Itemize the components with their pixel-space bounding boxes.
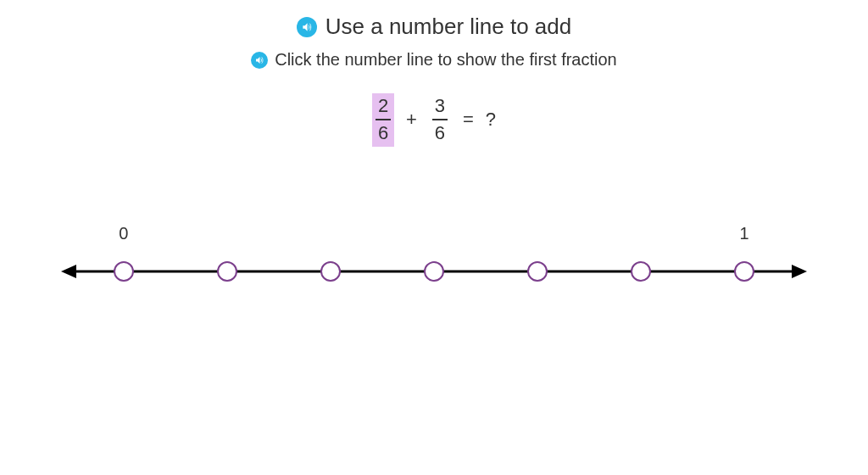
fraction-bar [432, 119, 448, 120]
fraction-bar [376, 119, 391, 120]
number-line-labels: 0 1 [61, 224, 807, 243]
equation: 2 6 + 3 6 = ? [0, 93, 868, 147]
tick-label-start: 0 [119, 224, 128, 243]
fraction-2-denominator: 6 [435, 122, 445, 144]
tick-point-3[interactable] [425, 262, 443, 281]
fraction-2-numerator: 3 [435, 95, 445, 117]
tick-point-2[interactable] [321, 262, 340, 281]
fraction-1: 2 6 [372, 93, 394, 147]
audio-icon[interactable] [297, 17, 317, 37]
page-title: Use a number line to add [326, 14, 572, 40]
plus-operator: + [406, 109, 417, 131]
exercise-page: Use a number line to add Click the numbe… [0, 0, 868, 475]
instruction-text: Click the number line to show the first … [275, 50, 617, 70]
tick-label-end: 1 [740, 224, 749, 243]
number-line-svg[interactable] [61, 246, 807, 297]
tick-point-0[interactable] [114, 262, 133, 281]
number-line: 0 1 [61, 246, 807, 314]
subtitle-row: Click the number line to show the first … [0, 50, 868, 70]
fraction-2: 3 6 [429, 93, 451, 147]
audio-icon[interactable] [251, 52, 268, 69]
arrow-right-icon [792, 265, 807, 278]
fraction-1-denominator: 6 [378, 122, 388, 144]
tick-point-5[interactable] [632, 262, 650, 281]
equals-sign: = [463, 109, 474, 131]
fraction-1-numerator: 2 [378, 95, 388, 117]
tick-point-6[interactable] [735, 262, 754, 281]
title-row: Use a number line to add [0, 0, 868, 40]
tick-point-4[interactable] [528, 262, 547, 281]
tick-point-1[interactable] [218, 262, 236, 281]
result-placeholder: ? [486, 109, 496, 131]
arrow-left-icon [61, 265, 76, 278]
